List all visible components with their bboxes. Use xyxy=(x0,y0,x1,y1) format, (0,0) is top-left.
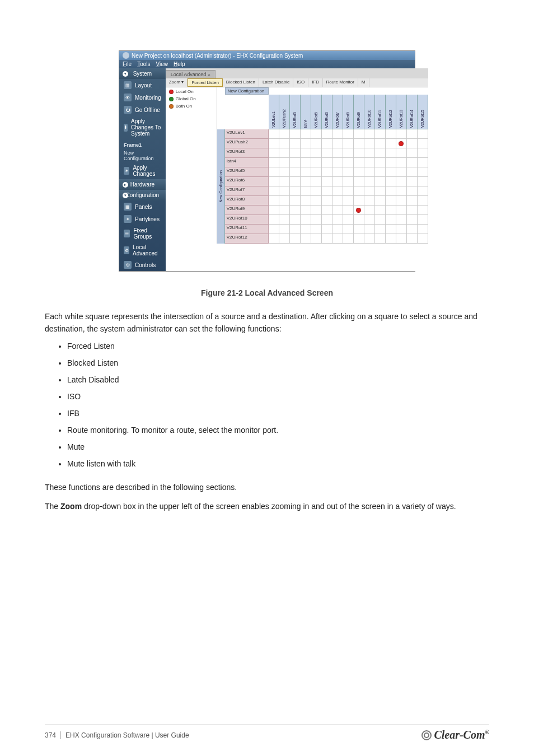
column-header[interactable]: V2URot3 xyxy=(290,95,301,129)
grid-cell[interactable] xyxy=(332,196,343,206)
grid-cell[interactable] xyxy=(290,158,301,167)
grid-cell[interactable] xyxy=(354,196,364,206)
grid-cell[interactable] xyxy=(332,167,343,177)
grid-cell[interactable] xyxy=(311,206,322,215)
grid-cell[interactable] xyxy=(375,167,386,177)
sidebar-item-panels[interactable]: ▦Panels xyxy=(119,200,166,213)
grid-cell[interactable] xyxy=(386,158,396,167)
grid-cell[interactable] xyxy=(301,177,311,186)
row-label[interactable]: V2URot7 xyxy=(225,186,269,196)
grid-cell[interactable] xyxy=(279,215,290,225)
grid-cell[interactable] xyxy=(343,186,354,196)
grid-cell[interactable] xyxy=(396,196,407,206)
grid-cell[interactable] xyxy=(407,206,418,215)
grid-cell[interactable] xyxy=(279,139,290,148)
grid-cell[interactable] xyxy=(364,225,375,234)
row-label[interactable]: V2URot8 xyxy=(225,196,269,206)
grid-cell[interactable] xyxy=(332,206,343,215)
grid-cell[interactable] xyxy=(375,186,386,196)
grid-cell[interactable] xyxy=(301,186,311,196)
grid-cell[interactable] xyxy=(396,186,407,196)
grid-cell[interactable] xyxy=(322,206,332,215)
grid-cell[interactable] xyxy=(343,196,354,206)
grid-cell[interactable] xyxy=(386,148,396,158)
grid-cell[interactable] xyxy=(364,177,375,186)
sidebar-head-configuration[interactable]: ▾Configuration xyxy=(119,190,166,200)
column-header[interactable]: V2URot12 xyxy=(386,95,396,129)
grid-cell[interactable] xyxy=(279,177,290,186)
column-header[interactable]: V2URot5 xyxy=(311,95,322,129)
grid-cell[interactable] xyxy=(354,158,364,167)
grid-cell[interactable] xyxy=(418,177,428,186)
grid-cell[interactable] xyxy=(311,158,322,167)
grid-cell[interactable] xyxy=(311,215,322,225)
grid-cell[interactable] xyxy=(290,225,301,234)
grid-cell[interactable] xyxy=(418,139,428,148)
row-label[interactable]: V2URot6 xyxy=(225,177,269,186)
grid-cell[interactable] xyxy=(418,148,428,158)
row-label[interactable]: V2URot3 xyxy=(225,148,269,158)
grid-cell[interactable] xyxy=(375,196,386,206)
grid-cell[interactable] xyxy=(332,177,343,186)
grid-cell[interactable] xyxy=(290,215,301,225)
grid-cell[interactable] xyxy=(269,158,279,167)
grid-cell[interactable] xyxy=(375,225,386,234)
grid-cell[interactable] xyxy=(407,196,418,206)
column-header[interactable]: V2URot8 xyxy=(343,95,354,129)
grid-cell[interactable] xyxy=(332,139,343,148)
grid-cell[interactable] xyxy=(375,215,386,225)
grid-cell[interactable] xyxy=(311,234,322,244)
grid-cell[interactable] xyxy=(354,129,364,139)
grid-cell[interactable] xyxy=(311,129,322,139)
grid-cell[interactable] xyxy=(418,167,428,177)
sidebar-item-monitoring[interactable]: 👁Monitoring xyxy=(119,91,166,104)
grid-cell[interactable] xyxy=(418,186,428,196)
grid-cell[interactable] xyxy=(386,167,396,177)
grid-cell[interactable] xyxy=(279,225,290,234)
grid-cell[interactable] xyxy=(407,186,418,196)
row-label[interactable]: V2URot11 xyxy=(225,225,269,234)
toolbar-forced-listen[interactable]: Forced Listen xyxy=(188,78,222,87)
sidebar-item-partylines[interactable]: ✦Partylines xyxy=(119,213,166,225)
sidebar-head-system[interactable]: ▾ System xyxy=(119,68,166,79)
grid-cell[interactable] xyxy=(322,225,332,234)
grid-cell[interactable] xyxy=(301,139,311,148)
grid-cell[interactable] xyxy=(364,206,375,215)
grid-cell[interactable] xyxy=(290,234,301,244)
zoom-dropdown[interactable]: Zoom ▾ xyxy=(166,78,188,87)
grid-cell[interactable] xyxy=(269,139,279,148)
grid-cell[interactable] xyxy=(301,225,311,234)
toolbar-blocked-listen[interactable]: Blocked Listen xyxy=(223,78,259,87)
column-header[interactable]: V2URot6 xyxy=(322,95,332,129)
grid-cell[interactable] xyxy=(364,148,375,158)
grid-cell[interactable] xyxy=(279,148,290,158)
grid-cell[interactable] xyxy=(386,196,396,206)
grid-cell[interactable] xyxy=(407,215,418,225)
grid-cell[interactable] xyxy=(322,186,332,196)
grid-cell[interactable] xyxy=(386,186,396,196)
grid-cell[interactable] xyxy=(269,129,279,139)
grid-cell[interactable] xyxy=(418,129,428,139)
row-label[interactable]: V2ULev1 xyxy=(225,129,269,139)
grid-cell[interactable] xyxy=(375,139,386,148)
toolbar-m[interactable]: M xyxy=(358,78,369,87)
sidebar-item-local-advanced[interactable]: ⚙Local Advanced xyxy=(119,242,166,259)
sidebar-item-controls[interactable]: ⚙Controls xyxy=(119,259,166,271)
grid-cell[interactable] xyxy=(396,129,407,139)
grid-cell[interactable] xyxy=(269,148,279,158)
grid-cell[interactable] xyxy=(418,206,428,215)
grid-cell[interactable] xyxy=(301,215,311,225)
row-label[interactable]: V2URot9 xyxy=(225,206,269,215)
grid-cell[interactable] xyxy=(364,234,375,244)
grid-cell[interactable] xyxy=(322,234,332,244)
menu-view[interactable]: View xyxy=(156,61,168,67)
grid-cell[interactable] xyxy=(269,196,279,206)
grid-cell[interactable] xyxy=(301,129,311,139)
grid-cell[interactable] xyxy=(332,215,343,225)
grid-cell[interactable] xyxy=(354,206,364,215)
grid-cell[interactable] xyxy=(396,206,407,215)
column-header[interactable]: V2URot7 xyxy=(332,95,343,129)
grid-cell[interactable] xyxy=(364,215,375,225)
grid-cell[interactable] xyxy=(322,196,332,206)
toolbar-latch-disable[interactable]: Latch Disable xyxy=(259,78,293,87)
